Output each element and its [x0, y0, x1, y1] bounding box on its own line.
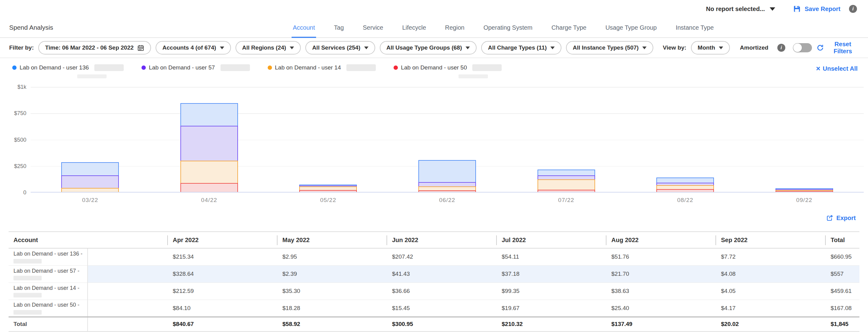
- redacted-text: [77, 74, 106, 78]
- bar-segment: [61, 175, 119, 188]
- bar-segment: [418, 190, 476, 192]
- legend-item-1[interactable]: Lab on Demand - user 136: [12, 64, 124, 77]
- report-selector[interactable]: No report selected...: [706, 5, 775, 12]
- stacked-bar-09/22[interactable]: [775, 188, 833, 192]
- unselect-all-label: Unselect All: [823, 65, 858, 72]
- redacted-text: [459, 74, 488, 78]
- info-icon[interactable]: i: [849, 5, 857, 13]
- bar-segment: [299, 187, 357, 190]
- amortized-toggle[interactable]: [793, 43, 812, 52]
- column-header-empty: [88, 232, 167, 248]
- stacked-bar-06/22[interactable]: [418, 160, 476, 192]
- page-header: Spend Analysis AccountTagServiceLifecycl…: [0, 18, 868, 38]
- page-title: Spend Analysis: [9, 24, 53, 31]
- total-cell-value: $1,845: [825, 317, 860, 331]
- tab-region[interactable]: Region: [444, 19, 466, 38]
- x-axis-tick: 03/22: [31, 197, 150, 203]
- bar-segment: [537, 170, 595, 175]
- x-axis-tick: 08/22: [626, 197, 745, 203]
- bars-layer: [31, 87, 864, 192]
- caret-down-icon: [364, 46, 368, 49]
- usage-type-groups-filter[interactable]: All Usage Type Groups (68): [380, 41, 477, 55]
- save-report-button[interactable]: Save Report: [793, 5, 840, 13]
- bar-segment: [656, 189, 714, 192]
- legend-item-2[interactable]: Lab on Demand - user 57: [142, 64, 250, 77]
- cell-value: $37.18: [496, 265, 606, 282]
- export-label: Export: [836, 214, 856, 222]
- total-cell-value: $210.32: [496, 317, 606, 331]
- regions-filter[interactable]: All Regions (24): [236, 41, 301, 55]
- bar-slot: [31, 87, 150, 192]
- account-name: Lab on Demand - user 57 -: [13, 267, 87, 274]
- amortized-label: Amortized: [740, 44, 769, 51]
- y-axis-tick: $750: [14, 110, 26, 116]
- redacted-text: [220, 64, 250, 71]
- time-filter[interactable]: Time: 06 Mar 2022 - 06 Sep 2022: [38, 41, 151, 55]
- tab-instance-type[interactable]: Instance Type: [675, 19, 715, 38]
- tab-operating-system[interactable]: Operating System: [482, 19, 533, 38]
- spend-table: AccountApr 2022May 2022Jun 2022Jul 2022A…: [8, 231, 860, 332]
- caret-down-icon: [770, 7, 775, 11]
- unselect-all-button[interactable]: × Unselect All: [816, 65, 858, 72]
- account-name: Lab on Demand - user 14 -: [13, 285, 87, 292]
- table-header-row: AccountApr 2022May 2022Jun 2022Jul 2022A…: [8, 232, 860, 248]
- tab-service[interactable]: Service: [362, 19, 385, 38]
- stacked-bar-08/22[interactable]: [656, 177, 714, 192]
- stacked-bar-04/22[interactable]: [180, 103, 238, 192]
- cell-value: [88, 248, 167, 265]
- info-icon[interactable]: i: [777, 44, 785, 52]
- tab-tag[interactable]: Tag: [333, 19, 345, 38]
- cell-value: [88, 265, 167, 282]
- tab-lifecycle[interactable]: Lifecycle: [401, 19, 427, 38]
- charge-types-filter-label: All Charge Types (11): [488, 44, 547, 51]
- bar-segment: [418, 187, 476, 190]
- bar-segment: [418, 160, 476, 182]
- account-cell: Lab on Demand - user 57 -: [8, 265, 88, 282]
- bar-segment: [775, 191, 833, 192]
- legend-item-3[interactable]: Lab on Demand - user 14: [268, 64, 376, 77]
- charge-types-filter[interactable]: All Charge Types (11): [481, 41, 561, 55]
- stacked-bar-05/22[interactable]: [299, 185, 357, 192]
- column-header-sep-2022: Sep 2022: [715, 232, 825, 248]
- x-axis-tick: 04/22: [150, 197, 269, 203]
- accounts-filter[interactable]: Accounts 4 (of 674): [156, 41, 230, 55]
- bar-segment: [299, 190, 357, 192]
- tab-usage-type-group[interactable]: Usage Type Group: [604, 19, 658, 38]
- column-header-apr-2022: Apr 2022: [167, 232, 277, 248]
- cell-value: $207.42: [386, 248, 496, 265]
- table-total-row: Total$840.67$58.92$300.95$210.32$137.49$…: [8, 317, 860, 331]
- instance-types-filter[interactable]: All Instance Types (507): [566, 41, 653, 55]
- total-cell-value: $58.92: [277, 317, 386, 331]
- total-cell-value: $300.95: [386, 317, 496, 331]
- cell-value: $15.45: [386, 300, 496, 317]
- cell-value: $4.05: [715, 282, 825, 300]
- y-axis-tick: 0: [23, 190, 26, 196]
- bar-segment: [180, 126, 238, 160]
- redacted-text: [346, 64, 376, 71]
- cell-value: $21.70: [606, 265, 715, 282]
- cell-value: $84.10: [167, 300, 277, 317]
- caret-down-icon: [220, 46, 224, 49]
- close-icon: ×: [816, 65, 820, 72]
- services-filter[interactable]: All Services (254): [305, 41, 375, 55]
- x-axis-labels: 03/2204/2205/2206/2207/2208/2209/22: [31, 193, 864, 203]
- report-selector-label: No report selected...: [706, 5, 765, 12]
- bar-segment: [537, 190, 595, 192]
- caret-down-icon: [642, 46, 647, 49]
- cell-value: $2.95: [277, 248, 386, 265]
- reset-filters-button[interactable]: Reset Filters: [816, 41, 859, 55]
- stacked-bar-07/22[interactable]: [537, 170, 595, 192]
- redacted-text: [13, 276, 42, 280]
- legend-color-dot: [394, 66, 398, 70]
- tab-account[interactable]: Account: [291, 19, 316, 38]
- cell-value: [88, 282, 167, 300]
- bar-segment: [180, 103, 238, 126]
- export-button[interactable]: Export: [826, 213, 856, 223]
- tab-charge-type[interactable]: Charge Type: [550, 19, 588, 38]
- view-by-select[interactable]: Month: [691, 41, 730, 55]
- y-axis-tick: $250: [14, 163, 26, 169]
- stacked-bar-03/22[interactable]: [61, 162, 119, 192]
- legend: Lab on Demand - user 136Lab on Demand - …: [12, 64, 502, 77]
- legend-item-4[interactable]: Lab on Demand - user 50: [394, 64, 502, 77]
- cell-value: $54.11: [496, 248, 606, 265]
